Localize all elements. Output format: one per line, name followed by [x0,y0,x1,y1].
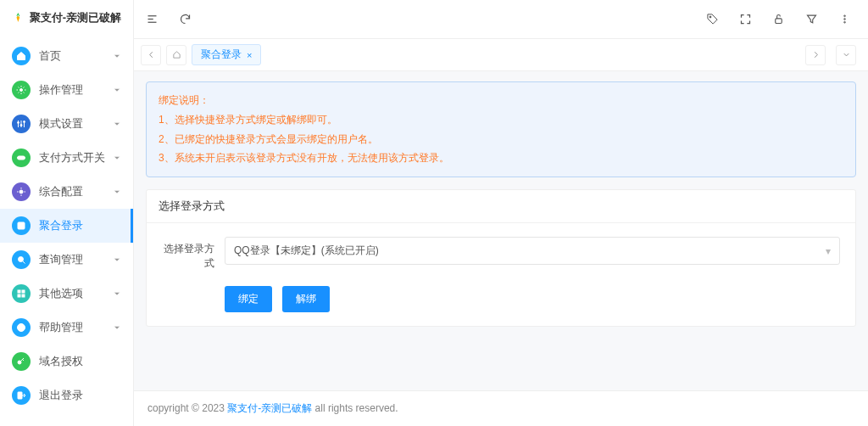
sidebar-item-label: 操作管理 [39,82,113,98]
sidebar-item-label: 首页 [39,48,113,64]
svg-point-1 [20,89,23,92]
chevron-down-icon [113,50,121,63]
tab-current[interactable]: 聚合登录 × [192,44,261,65]
sidebar-item-1[interactable]: 操作管理 [0,73,133,107]
collapse-sidebar-button[interactable] [142,9,162,29]
chevron-down-icon [113,254,121,266]
svg-point-6 [20,125,22,126]
tab-close-icon[interactable]: × [247,50,252,60]
svg-rect-14 [18,290,20,293]
help-icon [12,318,31,337]
sidebar-item-label: 退出登录 [39,388,121,403]
sidebar-item-10[interactable]: 退出登录 [0,378,133,412]
sidebar-item-9[interactable]: 域名授权 [0,345,133,378]
caret-down-icon: ▾ [826,245,831,257]
home-icon [12,47,31,65]
brand-title: 聚支付-亲测已破解 [30,10,121,25]
filter-icon[interactable] [802,9,821,29]
sliders-icon [12,115,31,133]
main-area: 聚合登录 × 绑定说明： 1、选择快捷登录方式绑定或解绑即可。 2、已绑定的快捷… [134,0,868,426]
search-icon [12,250,31,269]
page-content: 绑定说明： 1、选择快捷登录方式绑定或解绑即可。 2、已绑定的快捷登录方式会显示… [134,71,868,390]
sidebar-item-label: 支付方式开关 [39,150,113,165]
sidebar-item-label: 模式设置 [39,116,113,132]
sidebar-item-0[interactable]: 首页 [0,39,133,73]
chevron-down-icon [113,186,121,199]
alert-box: 绑定说明： 1、选择快捷登录方式绑定或解绑即可。 2、已绑定的快捷登录方式会显示… [146,81,856,177]
svg-rect-17 [22,294,25,297]
sidebar-item-label: 聚合登录 [39,218,121,233]
topbar [134,0,868,39]
unbind-button[interactable]: 解绑 [282,286,330,312]
sidebar-item-2[interactable]: 模式设置 [0,107,133,141]
toggle-icon [12,149,31,167]
tag-icon[interactable] [703,9,722,29]
chevron-down-icon [113,288,121,300]
sidebar-item-8[interactable]: 帮助管理 [0,311,133,345]
sidebar-item-7[interactable]: 其他选项 [0,277,133,311]
sidebar-item-6[interactable]: 查询管理 [0,243,133,277]
login-method-select[interactable]: QQ登录【未绑定】(系统已开启) ▾ [225,237,840,265]
alert-line: 2、已绑定的快捷登录方式会显示绑定的用户名。 [159,130,843,149]
footer: copyright © 2023 聚支付-亲测已破解 all rights re… [134,390,868,426]
svg-point-0 [18,15,19,17]
tab-home-button[interactable] [166,45,186,65]
bind-button[interactable]: 绑定 [225,286,272,312]
footer-suffix: all rights reserved. [312,402,398,414]
gear-icon [12,81,31,99]
exit-icon [12,386,31,405]
sidebar-item-4[interactable]: 综合配置 [0,175,133,209]
card-title: 选择登录方式 [147,190,855,223]
select-label: 选择登录方式 [162,237,214,271]
svg-point-20 [18,361,21,364]
svg-line-13 [23,261,25,264]
lock-icon[interactable] [769,9,788,29]
nav-list: 首页操作管理模式设置支付方式开关综合配置聚合登录查询管理其他选项帮助管理域名授权… [0,36,133,426]
chevron-down-icon [113,84,121,97]
alert-line: 3、系统未开启表示该登录方式没有开放，无法使用该方式登录。 [159,149,843,168]
svg-point-10 [19,190,23,193]
sidebar-item-label: 域名授权 [39,354,121,369]
sidebar: 聚支付-亲测已破解 首页操作管理模式设置支付方式开关综合配置聚合登录查询管理其他… [0,0,134,426]
key-icon [12,352,31,371]
svg-point-25 [709,16,711,18]
tab-dropdown-button[interactable] [836,45,856,65]
footer-prefix: copyright © 2023 [147,402,227,414]
sidebar-item-label: 帮助管理 [39,320,113,335]
svg-point-9 [19,157,20,159]
chevron-down-icon [113,322,121,334]
svg-rect-26 [776,19,782,24]
svg-point-27 [844,15,846,17]
chevron-down-icon [113,152,121,165]
svg-point-7 [24,121,25,123]
sidebar-item-label: 综合配置 [39,184,113,199]
chevron-down-icon [113,118,121,131]
tab-next-button[interactable] [805,45,826,65]
sidebar-item-5[interactable]: 聚合登录 [0,209,133,243]
svg-point-28 [844,19,846,20]
tab-label: 聚合登录 [201,48,242,62]
tab-prev-button[interactable] [141,45,161,65]
cog-icon [12,182,31,201]
alert-line: 1、选择快捷登录方式绑定或解绑即可。 [159,110,843,130]
brand-area: 聚支付-亲测已破解 [0,0,133,36]
grid-icon [12,284,31,303]
svg-point-29 [844,21,846,23]
svg-point-12 [19,257,24,262]
fullscreen-icon[interactable] [736,9,755,29]
refresh-button[interactable] [175,9,195,29]
sidebar-item-3[interactable]: 支付方式开关 [0,141,133,175]
svg-rect-21 [18,392,22,399]
svg-rect-16 [18,294,20,297]
rocket-icon [12,10,25,25]
footer-link[interactable]: 聚支付-亲测已破解 [227,402,312,414]
svg-rect-15 [22,290,25,293]
sidebar-item-label: 其他选项 [39,286,113,301]
svg-point-19 [21,329,22,330]
alert-title: 绑定说明： [159,91,843,110]
tab-bar: 聚合登录 × [134,39,868,71]
more-icon[interactable] [835,9,854,29]
svg-point-5 [18,122,19,124]
login-icon [12,216,31,235]
login-method-card: 选择登录方式 选择登录方式 QQ登录【未绑定】(系统已开启) ▾ 绑定 解绑 [146,189,856,327]
